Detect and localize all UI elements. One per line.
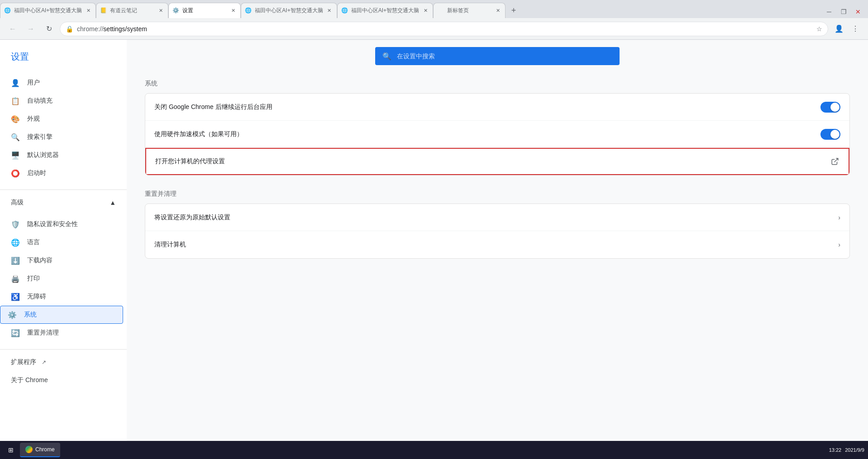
restore-button[interactable]: ❐ (837, 5, 850, 18)
tab-tab6[interactable]: 新标签页 ✕ (433, 3, 506, 18)
sidebar-item-autofill[interactable]: 📋 自动填充 (0, 92, 119, 110)
tab-tab5[interactable]: 🌐 福田中心区AI+智慧交通大脑 ✕ (337, 3, 433, 18)
sidebar-advanced-chevron: ▲ (110, 199, 116, 206)
sidebar-advanced-header[interactable]: 高级 ▲ (0, 194, 127, 212)
default-browser-icon: 🖥️ (11, 151, 20, 160)
sidebar-item-reset[interactable]: 🔄 重置并清理 (0, 324, 119, 342)
background-apps-label: 关闭 Google Chrome 后继续运行后台应用 (154, 103, 820, 111)
hardware-accel-toggle-container (820, 129, 840, 140)
address-bar[interactable]: 🔒 chrome://settings/system ☆ (60, 22, 828, 36)
restore-defaults-row[interactable]: 将设置还原为原始默认设置 › (145, 204, 849, 231)
system-section: 系统 关闭 Google Chrome 后继续运行后台应用 使用硬件加速模式（ (145, 80, 850, 175)
sidebar-item-accessibility-label: 无障碍 (27, 293, 46, 301)
system-icon: ⚙️ (8, 310, 17, 319)
reload-button[interactable]: ↻ (42, 22, 56, 36)
startup-icon: ⭕ (11, 169, 20, 178)
sidebar-item-print[interactable]: 🖨️ 打印 (0, 270, 119, 288)
tab-tab2[interactable]: 📒 有道云笔记 ✕ (96, 3, 168, 18)
sidebar-item-startup[interactable]: ⭕ 启动时 (0, 164, 119, 182)
tab-close-tab1[interactable]: ✕ (85, 7, 92, 14)
sidebar-item-user[interactable]: 👤 用户 (0, 74, 119, 92)
back-button[interactable]: ← (5, 22, 20, 36)
background-apps-toggle[interactable] (820, 102, 840, 113)
close-button[interactable]: ✕ (852, 5, 864, 18)
sidebar-item-default-browser[interactable]: 🖥️ 默认浏览器 (0, 146, 119, 164)
hardware-accel-label: 使用硬件加速模式（如果可用） (154, 130, 820, 138)
cleanup-computer-row[interactable]: 清理计算机 › (145, 231, 849, 258)
address-protocol: chrome:// (77, 25, 103, 33)
sidebar-item-privacy[interactable]: 🛡️ 隐私设置和安全性 (0, 215, 119, 233)
hardware-accel-toggle-knob (830, 130, 839, 139)
sidebar-item-appearance[interactable]: 🎨 外观 (0, 110, 119, 128)
tab-favicon-tab6 (437, 7, 444, 14)
profile-button[interactable]: 👤 (832, 22, 846, 36)
new-tab-button[interactable]: + (507, 4, 520, 17)
extensions-external-icon: ↗ (42, 359, 46, 365)
sidebar-item-user-label: 用户 (27, 79, 40, 87)
tab-label-tab6: 新标签页 (447, 7, 491, 14)
tab-favicon-tab1: 🌐 (4, 7, 11, 14)
hardware-accel-row: 使用硬件加速模式（如果可用） (145, 121, 849, 148)
svg-line-0 (835, 158, 838, 162)
sidebar-item-accessibility[interactable]: ♿ 无障碍 (0, 288, 119, 306)
reset-settings-card: 将设置还原为原始默认设置 › 清理计算机 › (145, 203, 850, 259)
sidebar-about-link[interactable]: 关于 Chrome (0, 371, 127, 389)
extensions-label: 扩展程序 (11, 358, 36, 366)
taskbar-start-button[interactable]: ⊞ (4, 443, 18, 457)
search-engine-icon: 🔍 (11, 132, 20, 142)
minimize-button[interactable]: ─ (823, 5, 835, 18)
forward-button[interactable]: → (24, 22, 38, 36)
tab-tab4[interactable]: 🌐 福田中心区AI+智慧交通大脑 ✕ (241, 3, 337, 18)
sidebar-item-system[interactable]: ⚙️ 系统 (0, 306, 123, 324)
tab-label-tab1: 福田中心区AI+智慧交通大脑 (14, 7, 82, 14)
sidebar-item-search[interactable]: 🔍 搜索引擎 (0, 128, 119, 146)
proxy-settings-row[interactable]: 打开您计算机的代理设置 (145, 148, 849, 175)
tab-close-tab5[interactable]: ✕ (422, 7, 429, 14)
tab-label-tab4: 福田中心区AI+智慧交通大脑 (255, 7, 323, 14)
sidebar-item-privacy-label: 隐私设置和安全性 (27, 220, 78, 228)
search-icon: 🔍 (382, 52, 391, 61)
tab-label-tab5: 福田中心区AI+智慧交通大脑 (351, 7, 419, 14)
print-icon: 🖨️ (11, 274, 20, 283)
settings-search-input[interactable] (397, 52, 612, 60)
restore-defaults-action: › (838, 214, 840, 221)
tab-bar: 🌐 福田中心区AI+智慧交通大脑 ✕ 📒 有道云笔记 ✕ ⚙️ 设置 ✕ 🌐 福… (0, 0, 868, 18)
address-star[interactable]: ☆ (816, 25, 822, 33)
reset-icon: 🔄 (11, 328, 20, 337)
content-area: 🔍 系统 关闭 Google Chrome 后继续运行后台应用 (127, 40, 868, 441)
sidebar-extensions-link[interactable]: 扩展程序 ↗ (0, 353, 127, 371)
tab-close-tab3[interactable]: ✕ (229, 7, 237, 14)
privacy-icon: 🛡️ (11, 220, 20, 229)
sidebar-item-autofill-label: 自动填充 (27, 97, 52, 105)
tab-tab3[interactable]: ⚙️ 设置 ✕ (168, 3, 241, 18)
tab-favicon-tab5: 🌐 (341, 7, 348, 14)
reset-section: 重置并清理 将设置还原为原始默认设置 › 清理计算机 › (145, 190, 850, 259)
tab-tab1[interactable]: 🌐 福田中心区AI+智慧交通大脑 ✕ (0, 3, 96, 18)
tab-favicon-tab3: ⚙️ (172, 7, 180, 14)
sidebar-title: 设置 (0, 40, 127, 70)
taskbar-chrome-label: Chrome (35, 446, 55, 453)
about-label: 关于 Chrome (11, 376, 48, 384)
taskbar-time: 13:22 (829, 447, 842, 453)
user-icon: 👤 (11, 78, 20, 87)
sidebar-item-reset-label: 重置并清理 (27, 329, 59, 337)
sidebar-item-startup-label: 启动时 (27, 169, 46, 177)
sidebar-item-language[interactable]: 🌐 语言 (0, 233, 119, 251)
cleanup-computer-action: › (838, 241, 840, 248)
sidebar-item-downloads-label: 下载内容 (27, 256, 52, 265)
menu-button[interactable]: ⋮ (848, 22, 863, 36)
sidebar-item-default-browser-label: 默认浏览器 (27, 151, 59, 159)
tab-close-tab2[interactable]: ✕ (157, 7, 164, 14)
sidebar-item-downloads[interactable]: ⬇️ 下载内容 (0, 251, 119, 270)
address-icon: 🔒 (66, 25, 73, 33)
sidebar-divider (0, 189, 127, 190)
tab-favicon-tab4: 🌐 (245, 7, 252, 14)
tab-close-tab4[interactable]: ✕ (326, 7, 333, 14)
taskbar-chrome-item[interactable]: Chrome (20, 443, 60, 457)
tab-close-tab6[interactable]: ✕ (494, 7, 501, 14)
sidebar-item-appearance-label: 外观 (27, 115, 40, 123)
hardware-accel-toggle[interactable] (820, 129, 840, 140)
tab-favicon-tab2: 📒 (100, 7, 107, 14)
accessibility-icon: ♿ (11, 292, 20, 301)
proxy-external-link-icon (830, 157, 839, 166)
